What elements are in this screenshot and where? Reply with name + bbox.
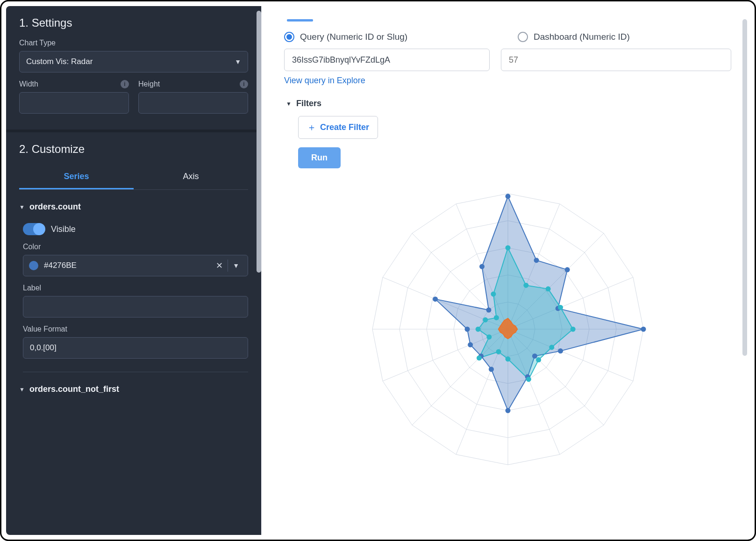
series-group-orders-count-not-first: ▼ orders.count_not_first <box>19 384 248 394</box>
svg-point-45 <box>549 345 554 350</box>
svg-point-39 <box>479 264 485 269</box>
label-input[interactable] <box>23 296 248 317</box>
width-input[interactable] <box>19 92 129 114</box>
query-id-input[interactable] <box>284 49 490 71</box>
svg-point-30 <box>532 353 537 359</box>
filters-label: Filters <box>296 99 321 108</box>
svg-point-52 <box>475 327 480 332</box>
view-query-link[interactable]: View query in Explore <box>284 76 365 86</box>
clear-icon[interactable]: ✕ <box>211 260 228 271</box>
caret-down-icon: ▼ <box>19 204 25 210</box>
width-label: Width <box>19 80 38 88</box>
svg-point-29 <box>558 348 563 353</box>
svg-point-41 <box>523 283 528 288</box>
color-value: #4276BE <box>44 261 211 270</box>
radio-dashboard[interactable]: Dashboard (Numeric ID) <box>518 32 630 42</box>
svg-point-43 <box>558 305 563 310</box>
caret-down-icon: ▼ <box>286 101 292 107</box>
svg-point-53 <box>483 317 488 323</box>
dashboard-id-input[interactable] <box>501 49 731 71</box>
visible-toggle[interactable] <box>23 223 44 235</box>
color-input[interactable]: #4276BE ✕ ▼ <box>23 255 248 276</box>
svg-point-51 <box>486 334 492 339</box>
chart-type-value: Custom Vis: Radar <box>26 57 93 66</box>
plus-icon: ＋ <box>307 121 316 134</box>
color-swatch <box>29 261 38 270</box>
svg-point-32 <box>505 408 510 413</box>
tab-axis[interactable]: Axis <box>134 165 248 189</box>
settings-panel: 1. Settings Chart Type Custom Vis: Radar… <box>6 6 261 130</box>
value-format-label: Value Format <box>23 325 248 333</box>
svg-point-33 <box>488 367 493 372</box>
settings-title: 1. Settings <box>19 16 248 29</box>
svg-point-28 <box>641 327 646 332</box>
svg-point-55 <box>491 291 496 296</box>
sidebar-scrollbar[interactable] <box>257 11 261 273</box>
svg-point-46 <box>536 357 541 362</box>
value-format-input[interactable]: 0,0.[00] <box>23 337 248 359</box>
svg-point-40 <box>505 245 510 251</box>
main-scrollbar[interactable] <box>742 19 747 356</box>
chart-type-select[interactable]: Custom Vis: Radar ▼ <box>19 51 248 72</box>
svg-point-42 <box>545 286 550 291</box>
series-group-name: orders.count <box>29 202 81 212</box>
caret-down-icon: ▼ <box>19 386 25 393</box>
create-filter-label: Create Filter <box>320 123 369 132</box>
radio-unselected-icon <box>518 32 528 42</box>
customize-panel: 2. Customize Series Axis ▼ orders.count … <box>6 130 261 410</box>
radio-selected-icon <box>284 32 294 42</box>
tab-series[interactable]: Series <box>19 165 134 189</box>
chevron-down-icon[interactable]: ▼ <box>228 262 244 269</box>
divider <box>23 372 248 372</box>
svg-point-50 <box>476 355 481 361</box>
height-input[interactable] <box>138 92 248 114</box>
radio-query[interactable]: Query (Numeric ID or Slug) <box>284 32 490 42</box>
svg-point-49 <box>496 349 501 354</box>
radio-dashboard-label: Dashboard (Numeric ID) <box>534 32 630 42</box>
main: Query (Numeric ID or Slug) Dashboard (Nu… <box>261 6 750 535</box>
customize-tabs: Series Axis <box>19 165 248 190</box>
svg-point-37 <box>433 296 438 302</box>
svg-point-35 <box>468 342 473 347</box>
visible-label: Visible <box>51 224 76 234</box>
svg-point-38 <box>486 307 491 312</box>
svg-point-44 <box>570 327 575 332</box>
height-label: Height <box>138 80 160 88</box>
svg-point-24 <box>505 194 510 199</box>
svg-point-26 <box>564 267 570 272</box>
label-label: Label <box>23 284 248 292</box>
series-group-orders-count: ▼ orders.count Visible Color #4276BE ✕ ▼ <box>19 202 248 372</box>
chart-type-label: Chart Type <box>19 39 248 47</box>
run-button[interactable]: Run <box>298 147 341 168</box>
series-group-toggle[interactable]: ▼ orders.count_not_first <box>19 384 248 394</box>
create-filter-button[interactable]: ＋ Create Filter <box>298 116 378 139</box>
filters-toggle[interactable]: ▼ Filters <box>286 99 731 108</box>
info-icon[interactable]: i <box>240 80 248 88</box>
radar-chart <box>284 180 731 479</box>
svg-point-48 <box>505 356 510 361</box>
color-label: Color <box>23 243 248 251</box>
svg-point-25 <box>534 258 539 263</box>
svg-point-36 <box>464 327 470 332</box>
radio-query-label: Query (Numeric ID or Slug) <box>300 32 407 42</box>
series-group-name: orders.count_not_first <box>29 384 119 394</box>
svg-point-47 <box>526 377 531 382</box>
customize-title: 2. Customize <box>19 143 248 156</box>
sidebar: 1. Settings Chart Type Custom Vis: Radar… <box>6 6 261 535</box>
info-icon[interactable]: i <box>121 80 129 88</box>
chevron-down-icon: ▼ <box>235 58 241 65</box>
svg-point-54 <box>493 315 499 320</box>
series-group-toggle[interactable]: ▼ orders.count <box>19 202 248 212</box>
active-tab-indicator <box>287 19 313 22</box>
